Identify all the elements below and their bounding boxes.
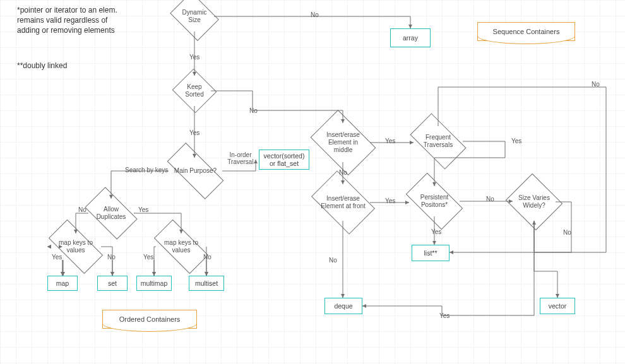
decision-size-varies: Size Varies Widely? <box>513 183 556 221</box>
edge-persist-yes: Yes <box>430 228 443 235</box>
edge-freq-yes: Yes <box>510 138 523 144</box>
edge-size-no: No <box>562 229 573 236</box>
result-vector-sorted: vector(sorted) or flat_set <box>259 150 309 170</box>
edge-dup-yes: Yes <box>137 206 150 213</box>
result-vector: vector <box>540 298 575 314</box>
decision-map-keys-right-label: map keys to values <box>158 239 204 254</box>
edge-persist-no: No <box>485 196 496 203</box>
decision-main-purpose: Main Purpose? <box>169 158 222 184</box>
result-multimap: multimap <box>136 276 172 291</box>
edge-mkr-yes: Yes <box>142 254 155 261</box>
decision-dynamic-size-label: Dynamic Size <box>177 9 211 24</box>
decision-persistent-positions: Persistent Positons* <box>409 186 460 216</box>
result-array-label: array <box>403 34 418 42</box>
result-multiset-label: multiset <box>195 279 218 287</box>
footnote-pointer: *pointer or iterator to an elem. remains… <box>17 5 124 36</box>
edge-insert-mid-no: No <box>338 169 348 176</box>
decision-size-varies-label: Size Varies Widely? <box>515 194 553 209</box>
diagram-canvas: *pointer or iterator to an elem. remains… <box>0 0 625 364</box>
title-sequence-text: Sequence Containers <box>493 28 560 35</box>
edge-mkr-no: No <box>202 254 213 261</box>
decision-keep-sorted: Keep Sorted <box>178 76 211 106</box>
result-map: map <box>47 276 78 291</box>
footnote-doubly-linked: **doubly linked <box>17 61 67 71</box>
decision-allow-duplicates-label: Allow Duplicates <box>91 206 131 221</box>
title-ordered-text: Ordered Containers <box>119 315 181 323</box>
result-multimap-label: multimap <box>141 279 168 287</box>
result-multiset: multiset <box>189 276 224 291</box>
result-vector-sorted-label: vector(sorted) or flat_set <box>261 152 307 167</box>
decision-insert-front-label: Insert/erase Element at front <box>319 195 367 210</box>
result-set: set <box>97 276 128 291</box>
footnote-doubly-text: **doubly linked <box>17 61 67 70</box>
result-deque: deque <box>324 298 362 314</box>
edge-search-keys: Search by keys <box>124 167 169 173</box>
edge-sorted-yes: Yes <box>188 129 201 136</box>
title-ordered-containers: Ordered Containers <box>102 310 197 329</box>
footnote-pointer-text: *pointer or iterator to an elem. remains… <box>17 6 117 35</box>
decision-allow-duplicates: Allow Duplicates <box>88 199 134 228</box>
result-set-label: set <box>108 279 117 287</box>
decision-insert-middle: Insert/erase Element in middle <box>316 123 370 162</box>
decision-frequent-traversals: Frequent Traversals <box>414 126 463 156</box>
edge-in-order: In-order Traversal <box>225 151 256 165</box>
result-deque-label: deque <box>334 302 352 310</box>
result-vector-label: vector <box>549 302 567 310</box>
edge-freq-no: No <box>590 81 601 88</box>
decision-map-keys-right: map keys to values <box>156 233 206 260</box>
result-map-label: map <box>56 279 69 287</box>
decision-map-keys-left-label: map keys to values <box>53 239 98 254</box>
edge-dup-no: No <box>77 206 88 213</box>
decision-dynamic-size: Dynamic Size <box>175 1 214 32</box>
edge-dynamic-no: No <box>309 11 320 18</box>
decision-persistent-positions-label: Persistent Positons* <box>412 194 457 209</box>
edge-insert-mid-yes: Yes <box>384 138 396 144</box>
edge-size-yes: Yes <box>438 312 451 319</box>
edge-sorted-no: No <box>248 107 259 114</box>
decision-keep-sorted-label: Keep Sorted <box>181 83 208 98</box>
result-list-label: list** <box>424 249 437 257</box>
edge-mkl-no: No <box>106 254 117 261</box>
edge-insert-front-yes: Yes <box>384 197 396 204</box>
decision-main-purpose-label: Main Purpose? <box>174 167 217 175</box>
edge-mkl-yes: Yes <box>51 254 63 261</box>
edge-dynamic-yes: Yes <box>188 54 201 61</box>
decision-insert-front: Insert/erase Element at front <box>316 184 370 221</box>
decision-insert-middle-label: Insert/erase Element in middle <box>319 131 367 154</box>
edge-insert-front-no: No <box>328 257 338 264</box>
title-sequence-containers: Sequence Containers <box>477 22 575 41</box>
result-array: array <box>390 28 431 47</box>
result-list: list** <box>412 245 449 261</box>
decision-frequent-traversals-label: Frequent Traversals <box>416 134 460 149</box>
